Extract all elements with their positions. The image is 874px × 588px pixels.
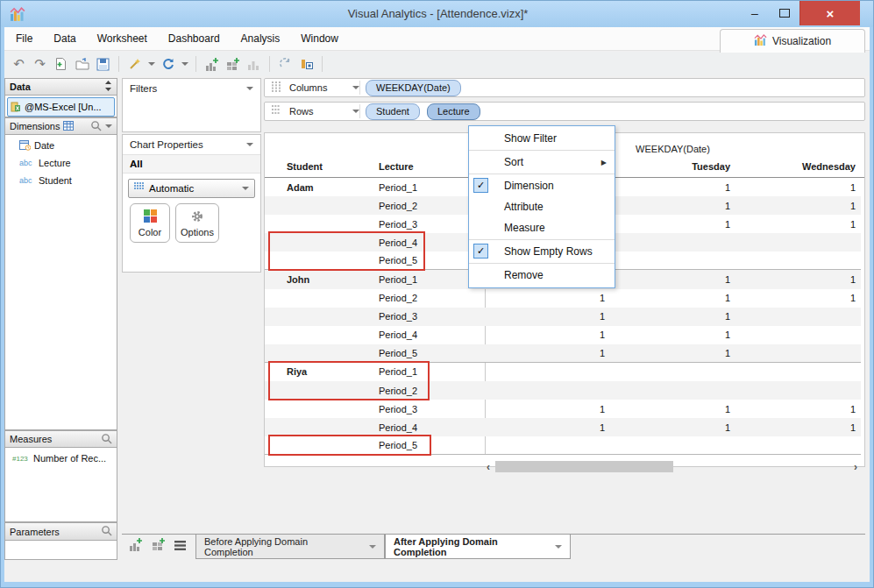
- toolbar-separator: [118, 56, 119, 72]
- open-icon[interactable]: [75, 57, 89, 72]
- menu-item-measure[interactable]: Measure: [469, 217, 615, 238]
- tuesday-column-header: Tuesday: [610, 161, 735, 172]
- add-worksheet-icon[interactable]: [204, 57, 219, 72]
- lecture-cell: Period_5: [374, 348, 485, 358]
- data-source-item[interactable]: @MS-Excel [Un...: [7, 97, 115, 117]
- minimize-button[interactable]: –: [740, 1, 770, 25]
- menu-item-attribute[interactable]: Attribute: [469, 196, 615, 217]
- refresh-dropdown[interactable]: [181, 57, 188, 72]
- dimension-item-lecture[interactable]: abc Lecture: [5, 154, 117, 172]
- close-button[interactable]: ×: [799, 1, 860, 25]
- menu-separator: [469, 263, 615, 264]
- format-wand-icon[interactable]: [127, 57, 142, 72]
- shelf-separator: [359, 81, 360, 95]
- lecture-cell: Period_3: [374, 404, 485, 414]
- value-cell: 1: [610, 404, 735, 414]
- dimensions-header: Dimensions: [4, 117, 117, 135]
- student-column-header: Student: [287, 161, 323, 172]
- save-icon[interactable]: [96, 57, 110, 72]
- collapse-icon[interactable]: [246, 87, 253, 90]
- scrollbar-thumb[interactable]: [495, 461, 673, 472]
- measure-item-number-of-records[interactable]: #123 Number of Rec...: [5, 450, 117, 467]
- abc-field-icon: abc: [19, 176, 35, 185]
- table-row[interactable]: Period_411: [265, 326, 861, 344]
- app-body: File Data Worksheet Dashboard Analysis W…: [4, 27, 870, 582]
- excel-source-icon: [11, 102, 21, 112]
- export-chart-icon[interactable]: [299, 57, 314, 72]
- scroll-left-arrow[interactable]: ‹: [483, 461, 494, 473]
- view-data-table-icon[interactable]: [63, 121, 74, 132]
- sheet-tab-after-domain-completion[interactable]: After Applying Domain Completion: [385, 534, 571, 559]
- mark-type-select[interactable]: Automatic: [128, 179, 255, 198]
- options-button[interactable]: Options: [175, 203, 219, 243]
- pill-weekday-date[interactable]: WEEKDAY(Date): [366, 80, 461, 96]
- pill-student[interactable]: Student: [366, 103, 420, 120]
- new-dashboard-icon[interactable]: [151, 537, 166, 556]
- table-row[interactable]: Period_311: [265, 308, 861, 326]
- search-icon[interactable]: [101, 433, 112, 446]
- add-dashboard-icon[interactable]: [225, 57, 240, 72]
- measures-header: Measures: [4, 430, 117, 448]
- value-cell: 1: [610, 182, 735, 193]
- sort-updown-icon[interactable]: [104, 81, 112, 93]
- menu-item-remove[interactable]: Remove: [469, 265, 615, 286]
- maximize-button[interactable]: [770, 1, 799, 25]
- search-icon[interactable]: [101, 525, 112, 538]
- scroll-right-arrow[interactable]: ›: [850, 461, 861, 473]
- value-cell: 1: [485, 404, 610, 414]
- collapse-icon[interactable]: [246, 143, 253, 146]
- format-wand-dropdown[interactable]: [148, 57, 154, 72]
- chevron-down-icon: [242, 187, 249, 190]
- menu-file[interactable]: File: [16, 32, 32, 45]
- value-cell: 1: [610, 293, 735, 303]
- menu-data[interactable]: Data: [53, 32, 75, 45]
- sheet-list-icon[interactable]: [174, 539, 187, 555]
- menu-item-show-filter[interactable]: Show Filter: [469, 128, 615, 149]
- color-button[interactable]: Color: [130, 203, 170, 243]
- menu-window[interactable]: Window: [301, 32, 338, 45]
- columns-shelf: Columns WEEKDAY(Date): [264, 78, 865, 97]
- checkmark-icon: ✓: [473, 244, 488, 259]
- visualization-label: Visualization: [772, 35, 831, 47]
- value-cell: 1: [485, 329, 610, 340]
- chevron-down-icon[interactable]: [105, 124, 112, 128]
- value-cell: 1: [485, 311, 610, 322]
- measures-title: Measures: [10, 434, 52, 444]
- rows-shelf-text: Rows: [289, 106, 314, 117]
- value-cell: 1: [610, 329, 735, 340]
- highlight-box-riya-empty-rows: [268, 361, 430, 400]
- bar-chart-icon[interactable]: [246, 57, 261, 72]
- measure-label: Number of Rec...: [33, 453, 106, 464]
- parameters-title: Parameters: [10, 527, 60, 537]
- menu-separator: [469, 239, 615, 240]
- undo-icon[interactable]: ↶: [11, 57, 26, 72]
- chevron-down-icon: [369, 545, 376, 549]
- student-cell: Adam: [265, 182, 374, 193]
- table-row[interactable]: Period_511: [265, 344, 861, 363]
- new-workbook-icon[interactable]: [53, 57, 68, 72]
- options-button-label: Options: [181, 227, 214, 237]
- menu-item-show-empty-rows[interactable]: ✓Show Empty Rows: [469, 241, 615, 262]
- menu-analysis[interactable]: Analysis: [241, 32, 281, 45]
- menu-dashboard[interactable]: Dashboard: [168, 32, 220, 45]
- swap-axes-icon[interactable]: [278, 57, 293, 72]
- columns-icon: [272, 81, 284, 94]
- sheet-tab-before-domain-completion[interactable]: Before Applying Domain Completion: [195, 534, 385, 559]
- menu-item-dimension[interactable]: ✓Dimension: [469, 175, 615, 196]
- redo-icon[interactable]: ↷: [32, 57, 47, 72]
- search-icon[interactable]: [90, 120, 102, 133]
- refresh-data-icon[interactable]: [160, 57, 175, 72]
- visualization-tab[interactable]: Visualization: [720, 29, 865, 53]
- dimension-item-date[interactable]: Date: [5, 137, 117, 154]
- menu-worksheet[interactable]: Worksheet: [97, 32, 147, 45]
- dimension-label: Date: [34, 140, 54, 151]
- dimension-item-student[interactable]: abc Student: [5, 172, 117, 189]
- pill-lecture[interactable]: Lecture: [427, 103, 480, 120]
- value-cell: 1: [610, 422, 735, 433]
- table-row[interactable]: Period_2111: [265, 289, 861, 308]
- rows-shelf-label[interactable]: Rows: [265, 105, 359, 117]
- table-row[interactable]: Period_3111: [265, 400, 861, 418]
- columns-shelf-label[interactable]: Columns: [265, 81, 359, 94]
- menu-item-sort[interactable]: Sort▶: [469, 152, 615, 173]
- new-worksheet-icon[interactable]: [128, 537, 143, 556]
